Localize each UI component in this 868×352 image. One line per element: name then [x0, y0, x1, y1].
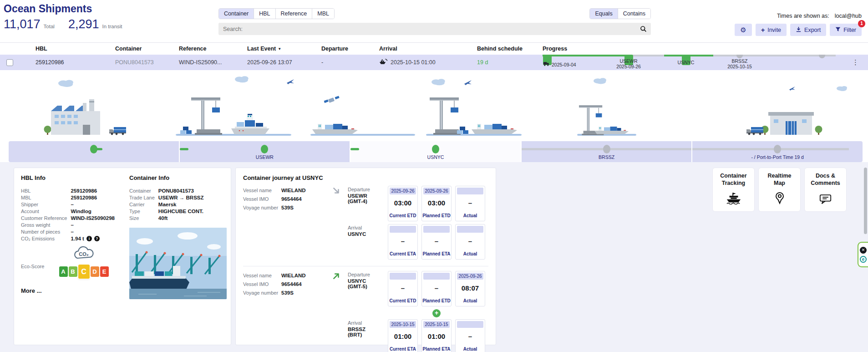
actual-card: –Actual	[455, 224, 485, 260]
toggle-equals[interactable]: Equals	[590, 9, 618, 19]
toggle-contains[interactable]: Contains	[618, 9, 650, 19]
vertical-scrollbar-thumb[interactable]	[864, 168, 867, 234]
gear-icon: ⚙	[740, 26, 746, 34]
tab-container[interactable]: Container	[219, 9, 254, 19]
timeline-node	[819, 55, 825, 58]
col-reference[interactable]: Reference	[173, 46, 241, 52]
plus-icon: +	[761, 27, 765, 33]
times-value: local@hub	[835, 13, 862, 19]
add-event-button[interactable]: +	[432, 309, 441, 317]
col-behind-schedule[interactable]: Behind schedule	[471, 46, 536, 52]
container-tracking-card[interactable]: Container Tracking	[712, 168, 755, 212]
eco-score-block: Eco-Score CO₂ A B C D E	[21, 245, 122, 281]
container-info-section: Container Info ContainerPONU8041573 Trad…	[129, 174, 227, 299]
settings-button[interactable]: ⚙	[735, 24, 752, 36]
segment-port-to-port[interactable]: - / Port-to-Port Time 19 d	[691, 141, 863, 162]
shipper-field: Shipper–	[21, 202, 115, 207]
filter-button[interactable]: Filter 1	[830, 24, 862, 36]
timeline-stop-usnyc: USNYC	[665, 60, 706, 66]
vessel-info: Vessel nameWIELAND Vessel IMO9654464 Voy…	[243, 186, 332, 262]
segment-node	[603, 145, 610, 153]
ocean-shipments-page: Ocean Shipments 11,017 Total 2,291 In tr…	[0, 0, 868, 352]
row-hbl: 259120986	[29, 59, 109, 66]
search-icon[interactable]	[640, 26, 647, 34]
outbound-arrow-icon	[332, 271, 348, 352]
eco-grade-b: B	[69, 266, 77, 277]
search-input[interactable]	[218, 23, 651, 35]
timeline-segment-done	[543, 55, 628, 56]
customer-reference-field: Customer ReferenceWIND-IS25090298	[21, 215, 115, 221]
filter-funnel-icon	[835, 26, 841, 33]
etd-card: –Current ETD	[388, 271, 418, 306]
comment-icon	[819, 194, 832, 206]
help-icon[interactable]: ?	[94, 236, 100, 241]
header-actions: Times are shown as:local@hub ⚙ + Invite …	[735, 13, 862, 36]
col-arrival[interactable]: Arrival	[373, 46, 471, 52]
stat-total-label: Total	[44, 24, 55, 29]
co2-emissions-field: CO₂ Emissions1.94 ti?	[21, 236, 115, 241]
row-checkbox[interactable]	[6, 59, 13, 66]
actual-card: –Actual	[455, 319, 485, 352]
info-icon[interactable]: i	[86, 236, 92, 241]
timeline-segment-pending	[628, 55, 664, 56]
col-container[interactable]: Container	[109, 46, 173, 52]
hbl-field: HBL259120986	[21, 188, 115, 194]
shipment-row[interactable]: 259120986 PONU8041573 WIND-IS25090... 20…	[0, 55, 868, 70]
col-departure[interactable]: Departure	[315, 46, 373, 52]
times-label: Times are shown as:	[777, 13, 829, 19]
row-last-event: 2025-09-26 13:07	[241, 59, 315, 66]
realtime-map-card[interactable]: Realtime Map	[758, 168, 801, 212]
segment-usewr[interactable]: USEWR	[179, 141, 350, 162]
more-link[interactable]: More ...	[21, 287, 122, 294]
trade-lane-field: Trade LaneUSEWR → BRSSZ	[129, 195, 204, 200]
eco-score-label: Eco-Score	[21, 264, 44, 269]
account-field: AccountWindlog	[21, 209, 115, 214]
export-button[interactable]: Export	[790, 24, 826, 36]
mbl-field: MBL259120986	[21, 195, 115, 200]
col-hbl[interactable]: HBL	[29, 46, 109, 52]
docs-comments-card[interactable]: Docs & Comments	[804, 168, 847, 212]
row-menu-kebab-icon[interactable]: ⋮	[852, 58, 859, 67]
segment-usnyc[interactable]: USNYC	[350, 141, 521, 162]
extension-e-icon[interactable]: e	[860, 256, 867, 263]
col-last-event[interactable]: Last Event▼	[241, 46, 315, 52]
hbl-info-title: HBL Info	[21, 174, 122, 181]
departure-usnyc-row: Departure USNYC (GMT-5) –Current ETD –Pl…	[348, 271, 488, 306]
stat-total: 11,017 Total	[4, 17, 55, 31]
stat-in-transit-label: In transit	[102, 24, 122, 29]
arrival-brssz-row: Arrival BRSSZ (BRT) 2025-10-1501:00Curre…	[348, 319, 488, 352]
etd-card: 2025-09-2603:00Current ETD	[388, 186, 418, 221]
tab-hbl[interactable]: HBL	[254, 9, 275, 19]
stat-in-transit-value: 2,291	[68, 17, 99, 31]
table-header: HBL Container Reference Last Event▼ Depa…	[0, 42, 868, 55]
journey-segment-bar: USEWR USNYC BRSSZ - / Port-to-Port Time …	[9, 141, 863, 162]
row-departure: -	[315, 59, 373, 66]
invite-button[interactable]: + Invite	[756, 24, 787, 36]
container-field: ContainerPONU8041573	[129, 188, 204, 194]
search-field-tabs: Container HBL Reference MBL	[218, 8, 335, 19]
eco-grade-d: D	[91, 266, 99, 277]
shipment-stats: 11,017 Total 2,291 In transit	[4, 17, 122, 31]
close-icon[interactable]: ✕	[860, 247, 867, 254]
container-port-photo	[129, 228, 227, 299]
inbound-arrow-icon	[332, 186, 348, 262]
svg-text:CO₂: CO₂	[79, 251, 89, 257]
tab-reference[interactable]: Reference	[276, 9, 313, 19]
eta-card: –Planned ETA	[421, 224, 452, 260]
row-container: PONU8041573	[109, 59, 173, 66]
segment-origin[interactable]	[9, 141, 179, 162]
col-progress[interactable]: Progress	[536, 46, 868, 52]
segment-brssz[interactable]: BRSSZ	[521, 141, 692, 162]
row-reference: WIND-IS25090...	[173, 59, 241, 66]
etd-card: –Planned ETD	[421, 271, 452, 306]
filter-count-badge: 1	[858, 20, 865, 27]
timeline-origin-date: 2025-09-04	[552, 62, 576, 67]
vessel-eta-icon	[379, 58, 388, 66]
tab-mbl[interactable]: MBL	[312, 9, 334, 19]
co2-cloud-icon: CO₂	[71, 245, 96, 262]
pieces-field: Number of pieces–	[21, 229, 115, 235]
times-shown-as: Times are shown as:local@hub	[735, 13, 862, 19]
row-arrival-date: 2025-10-15 01:00	[391, 59, 436, 66]
hbl-info-section: HBL Info HBL259120986 MBL259120986 Shipp…	[21, 174, 122, 294]
eco-grade-c-selected: C	[78, 265, 90, 279]
